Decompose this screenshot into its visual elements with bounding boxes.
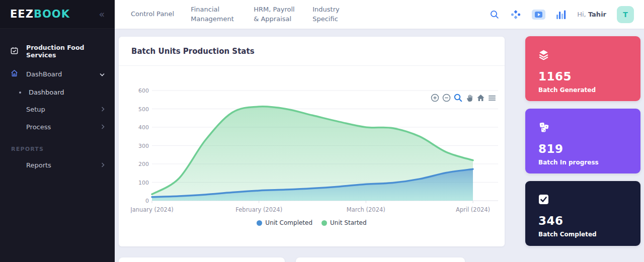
chart-toolbar (431, 94, 496, 102)
topbar-right: Hi, Tahir T (490, 6, 634, 23)
chart-card: Batch Units Production Stats (119, 37, 505, 246)
svg-text:March (2024): March (2024) (347, 206, 385, 213)
svg-text:0: 0 (145, 198, 149, 204)
svg-text:100: 100 (138, 180, 149, 186)
chevron-right-icon (101, 123, 105, 131)
chart-card-header: Batch Units Production Stats (119, 37, 505, 66)
nav-item-industry-specific[interactable]: Industry Specific (312, 5, 344, 24)
nav-item-hrm-payroll-appraisal[interactable]: HRM, Payroll & Appraisal (254, 5, 296, 24)
sidebar-item-label: Process (26, 123, 94, 131)
svg-text:200: 200 (138, 161, 149, 167)
legend-dot-green (321, 220, 327, 226)
sidebar-item-label: Production Food Services (26, 44, 105, 59)
nav-item-financial-management[interactable]: Financial Management (191, 5, 237, 24)
chart-body: 0100200300400500600January (2024)Februar… (119, 80, 505, 226)
svg-text:600: 600 (138, 88, 149, 94)
greeting-prefix: Hi, (577, 11, 586, 18)
user-greeting: Hi, Tahir (577, 11, 606, 18)
svg-text:April (2024): April (2024) (456, 206, 490, 213)
stat-card-batch-completed[interactable]: 346 Batch Completed (525, 181, 640, 246)
sidebar-collapse-icon[interactable]: « (99, 10, 105, 19)
chart-title: Batch Units Production Stats (131, 47, 255, 56)
avatar[interactable]: T (617, 6, 634, 23)
sidebar: EEZBOOK « Production Food Services DashB… (0, 0, 115, 262)
sidebar-item-setup[interactable]: Setup (0, 101, 115, 118)
sidebar-item-process[interactable]: Process (0, 118, 115, 136)
stat-value: 346 (538, 214, 627, 227)
logo-bar: EEZBOOK « (0, 0, 115, 29)
topnav: Control Panel Financial Management HRM, … (131, 5, 344, 24)
layers-icon (538, 53, 549, 62)
dice-icon (538, 125, 549, 135)
svg-text:300: 300 (138, 143, 149, 149)
zoom-out-icon[interactable] (442, 94, 451, 102)
sidebar-item-label: Dashboard (29, 89, 105, 96)
stat-label: Batch Generated (538, 86, 627, 94)
chevron-down-icon (100, 70, 105, 78)
selection-zoom-icon[interactable] (454, 94, 462, 102)
bullet-icon (19, 92, 21, 94)
menu-icon[interactable] (488, 95, 496, 102)
app-logo: EEZBOOK (10, 8, 70, 20)
reset-home-icon[interactable] (476, 94, 485, 102)
sidebar-menu: Production Food Services DashBoard Dashb… (0, 29, 115, 174)
stat-label: Batch In progress (538, 159, 627, 166)
svg-text:February (2024): February (2024) (235, 206, 282, 213)
sidebar-item-dashboard[interactable]: Dashboard (0, 84, 115, 101)
partial-card-right (296, 257, 465, 262)
checkbox-icon (538, 197, 549, 207)
stat-label: Batch Completed (538, 231, 627, 238)
legend-dot-blue (257, 220, 262, 226)
svg-text:500: 500 (138, 106, 149, 113)
logo-text-accent: BOOK (34, 8, 70, 20)
stat-card-batch-generated[interactable]: 1165 Batch Generated (525, 36, 640, 101)
sidebar-item-label: Reports (26, 161, 94, 169)
logo-text-primary: EEZ (10, 8, 34, 20)
home-icon (10, 69, 19, 79)
sidebar-item-dashboard-parent[interactable]: DashBoard (0, 64, 115, 84)
chart-legend: Unit Completed Unit Started (119, 219, 505, 226)
sidebar-section-reports: REPORTS (0, 136, 115, 156)
svg-text:400: 400 (138, 124, 149, 131)
zoom-in-icon[interactable] (431, 94, 439, 102)
sidebar-item-reports[interactable]: Reports (0, 156, 115, 174)
legend-label: Unit Started (330, 219, 367, 226)
legend-label: Unit Completed (265, 219, 312, 226)
stat-value: 1165 (538, 70, 627, 83)
pan-icon[interactable] (465, 94, 473, 102)
video-tutorial-icon[interactable] (532, 10, 545, 20)
nav-item-control-panel[interactable]: Control Panel (131, 10, 174, 19)
sidebar-item-label: Setup (26, 106, 94, 113)
chevron-right-icon (101, 106, 105, 113)
legend-item-unit-started[interactable]: Unit Started (321, 219, 367, 226)
stat-card-batch-in-progress[interactable]: 819 Batch In progress (525, 109, 640, 173)
legend-item-unit-completed[interactable]: Unit Completed (257, 219, 312, 226)
user-name: Tahir (588, 11, 606, 18)
stat-value: 819 (538, 142, 627, 155)
search-icon[interactable] (490, 10, 500, 20)
chevron-right-icon (101, 161, 105, 169)
topbar: Control Panel Financial Management HRM, … (115, 0, 644, 29)
partial-card-left (119, 257, 285, 262)
bar-chart-icon[interactable] (556, 10, 567, 20)
sidebar-item-label: DashBoard (26, 70, 92, 78)
sidebar-item-production-food-services[interactable]: Production Food Services (0, 40, 115, 64)
apps-icon[interactable] (510, 9, 521, 20)
calendar-check-icon (10, 46, 19, 56)
svg-text:January (2024): January (2024) (131, 206, 174, 213)
